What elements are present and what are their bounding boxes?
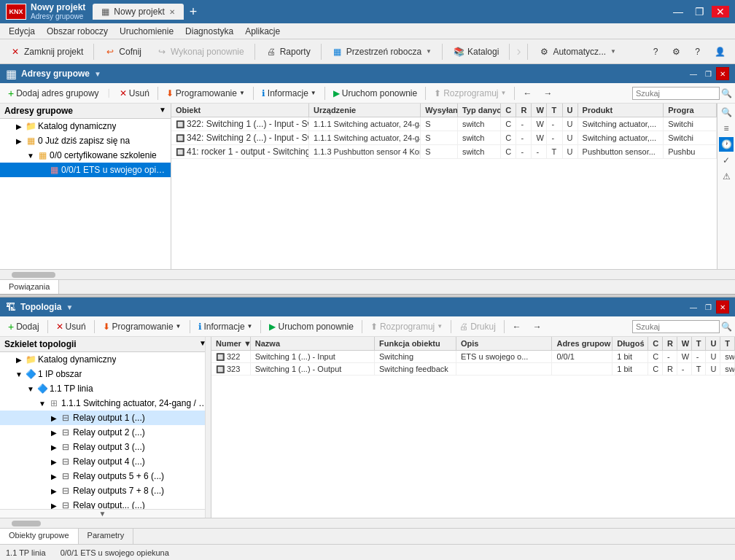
tree-catalog-dynamic[interactable]: ▶ 📁 Katalog dynamiczny [0,119,171,133]
col-u[interactable]: U [563,104,578,117]
tcol-dlugosc[interactable]: Długoś [612,337,648,350]
right-search-icon[interactable]: 🔍 [719,105,734,120]
tab-parametry[interactable]: Parametry [79,529,134,544]
tree-relay-4[interactable]: ▶ ⊟ Relay output 4 (...) [0,454,211,469]
topo-act-expander[interactable]: ▼ [38,399,47,408]
panel-adresy-minimize[interactable]: — [687,67,700,80]
col-obiekt[interactable]: Obiekt [171,104,309,117]
hscroll-bottom[interactable] [0,518,735,528]
grid-row-342[interactable]: 🔲 342: Switching 2 (...) - Input - Switc… [171,131,717,145]
tree-relay-2[interactable]: ▶ ⊟ Relay output 2 (...) [0,425,211,440]
relay1-expander[interactable]: ▶ [50,413,58,422]
right-time-icon[interactable]: 🕐 [719,137,734,152]
col-program[interactable]: Progra [664,104,717,117]
tcol-w[interactable]: W [677,337,692,350]
ets-expander[interactable] [38,166,47,174]
redo-button[interactable]: ↪ Wykonaj ponownie [149,43,251,61]
nav-forward-button-top[interactable]: → [538,86,557,101]
topo-catalog-expander[interactable]: ▶ [15,355,23,364]
help-button-1[interactable]: ? [647,44,665,60]
tree-relay-3[interactable]: ▶ ⊟ Relay output 3 (...) [0,440,211,454]
add-group-address-button[interactable]: + Dodaj adres grupowy [3,85,104,101]
tree-relay-1[interactable]: ▶ ⊟ Relay output 1 (...) [0,411,211,425]
catalogs-button[interactable]: 📚 Katalogi [446,43,505,61]
col-produkt[interactable]: Produkt [578,104,664,117]
certified-expander[interactable]: ▼ [26,151,35,160]
menu-obszar[interactable]: Obszar roboczy [41,25,114,38]
col-wysylany[interactable]: Wysyłany [421,104,458,117]
print-button[interactable]: 🖨 Drukuj [454,319,501,334]
panel-adresy-maximize[interactable]: ❐ [701,67,715,80]
tree-scroll-down[interactable]: ▼ [0,509,205,518]
col-urzadzenie[interactable]: Urządzenie [309,104,421,117]
tree-already[interactable]: ▶ ▦ 0 Już dziś zapisz się na [0,133,171,148]
relay78-expander[interactable]: ▶ [50,486,58,495]
relay2-expander[interactable]: ▶ [50,428,58,437]
add-topology-button[interactable]: + Dodaj [3,319,44,335]
tree-topo-catalog[interactable]: ▶ 📁 Katalog dynamiczny [0,352,211,367]
deprogram-button[interactable]: ⬆ Rozprogramuj ▼ [429,86,511,101]
undo-button[interactable]: ↩ Cofnij [98,43,148,61]
right-check-icon[interactable]: ✓ [719,153,734,168]
search-icon-topo[interactable]: 🔍 [721,322,732,332]
col-c[interactable]: C [501,104,516,117]
tcol-t2[interactable]: T [720,337,735,350]
maximize-button[interactable]: ❐ [691,6,709,18]
close-project-button[interactable]: ✕ Zamknij projekt [3,43,90,61]
close-button[interactable]: ✕ [712,6,729,18]
grid-row-41[interactable]: 🔲 41: rocker 1 - output - Switching 1.1.… [171,145,717,159]
menu-uruchomienie[interactable]: Uruchomienie [114,25,179,38]
nav-back-topo-button[interactable]: ← [508,319,526,334]
menu-diagnostyka[interactable]: Diagnostyka [179,25,239,38]
run-topo-button[interactable]: ▶ Uruchom ponownie [264,319,358,334]
menu-edycja[interactable]: Edycja [3,25,41,38]
hscroll-top[interactable] [0,269,735,279]
tree-topo-scrollbar[interactable] [205,337,211,518]
col-r[interactable]: R [516,104,532,117]
remove-group-button[interactable]: ✕ Usuń [114,86,155,101]
panel-topologia-maximize[interactable]: ❐ [701,300,715,314]
nav-back-button-top[interactable]: ← [518,86,537,101]
tcol-numer[interactable]: Numer ▼ [211,337,251,350]
program-button[interactable]: ⬇ Programowanie ▼ [161,86,250,101]
relay56-expander[interactable]: ▶ [50,472,58,481]
tree-col-arrow[interactable]: ▼ [159,106,166,116]
panel-topologia-close[interactable]: ✕ [716,300,729,314]
tcol-c[interactable]: C [648,337,663,350]
search-input-top[interactable] [632,87,720,100]
user-button[interactable]: 👤 [708,44,732,60]
tab-close-button[interactable]: ✕ [169,8,175,16]
tree-topo-act[interactable]: ▼ ⊞ 1.1.1 Switching actuator, 24-gang / … [0,396,211,411]
panel-adresy-arrow[interactable]: ▼ [94,70,101,78]
minimize-button[interactable]: — [669,6,688,18]
relay3-expander[interactable]: ▶ [50,443,58,451]
tcol-opis[interactable]: Opis [456,337,552,350]
menu-aplikacje[interactable]: Aplikacje [239,25,286,38]
right-list-icon[interactable]: ≡ [719,121,734,136]
col-w[interactable]: W [532,104,547,117]
tcol-t[interactable]: T [692,337,707,350]
tree-certified[interactable]: ▼ ▦ 0/0 certyfikowane szkolenie [0,148,171,163]
panel-adresy-close[interactable]: ✕ [716,67,729,80]
remove-topology-button[interactable]: ✕ Usuń [51,319,91,334]
col-t[interactable]: T [547,104,562,117]
search-input-topo[interactable] [632,320,720,333]
new-tab-button[interactable]: + [185,4,202,20]
info-button[interactable]: ℹ Informacje ▼ [257,86,322,101]
workspace-button[interactable]: ▦ Przestrzeń robocza ▼ [325,43,438,61]
tcol-adres[interactable]: Adres grupow [552,337,612,350]
tab-obiekty-grupowe[interactable]: Obiekty grupowe [0,529,79,544]
auto-button[interactable]: ⚙ Automatycz... ▼ [532,43,623,61]
topo-tp-expander[interactable]: ▼ [26,384,35,393]
active-tab[interactable]: ▦ Nowy projekt ✕ [93,4,183,20]
run-button[interactable]: ▶ Uruchom ponownie [328,86,422,101]
settings-button[interactable]: ⚙ [666,44,687,60]
nav-forward-topo-button[interactable]: → [528,319,547,334]
tree-relay-78[interactable]: ▶ ⊟ Relay outputs 7 + 8 (...) [0,483,211,498]
panel-topologia-minimize[interactable]: — [687,300,700,314]
deprogram-topo-button[interactable]: ⬆ Rozprogramuj ▼ [365,319,448,334]
tcol-r[interactable]: R [663,337,677,350]
tree-topo-tp[interactable]: ▼ 🔷 1.1 TP linia [0,381,211,396]
hscroll-thumb-top[interactable] [12,272,55,278]
tree-topo-ip[interactable]: ▼ 🔷 1 IP obszar [0,367,211,381]
